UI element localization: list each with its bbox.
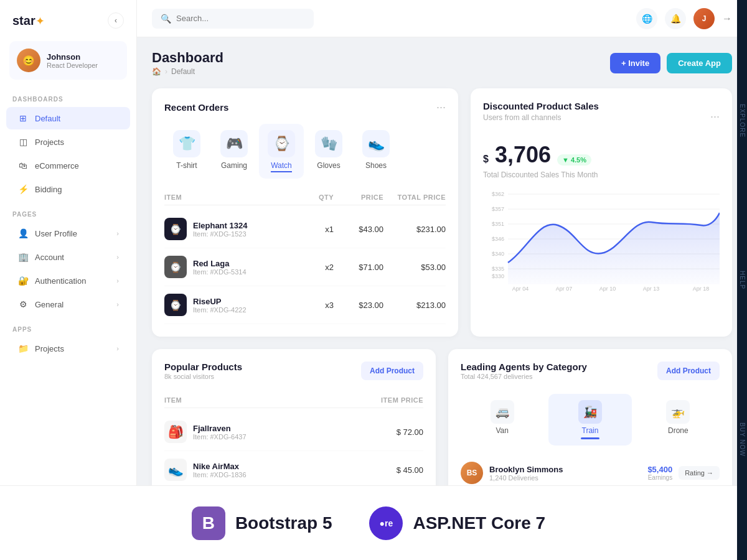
order-price: $23.00 bbox=[334, 301, 383, 310]
cat-tab-gloves[interactable]: 🧤 Gloves bbox=[306, 124, 351, 179]
agent-tab-van[interactable]: 🚐 Van bbox=[461, 394, 543, 446]
chevron-down-icon: › bbox=[116, 230, 119, 237]
tab-indicator bbox=[581, 437, 599, 439]
agent-name: Brooklyn Simmons bbox=[489, 465, 641, 474]
sales-number: 3,706 bbox=[495, 142, 551, 168]
product-icon: 👟 bbox=[164, 459, 187, 481]
sidebar-item-default[interactable]: ⊞ Default bbox=[6, 107, 130, 129]
rating-button[interactable]: Rating → bbox=[679, 466, 720, 480]
sidebar-item-projects-app[interactable]: 📁 Projects › bbox=[6, 337, 130, 360]
home-icon: 🏠 bbox=[152, 67, 161, 76]
category-tabs: 👕 T-shirt 🎮 Gaming ⌚ Watch 🧤 Gloves bbox=[164, 124, 446, 179]
sidebar-logo: star✦ ‹ bbox=[0, 0, 136, 35]
item-icon: ⌚ bbox=[164, 256, 187, 278]
order-price: $43.00 bbox=[334, 225, 383, 234]
list-item: 🎒 Fjallraven Item: #XDG-6437 $ 72.00 bbox=[164, 413, 423, 451]
sidebar-item-projects[interactable]: ◫ Projects bbox=[6, 131, 130, 153]
cat-tab-watch[interactable]: ⌚ Watch bbox=[259, 124, 304, 179]
aspnet-item: ●re ASP.NET Core 7 bbox=[369, 506, 545, 540]
collapse-sidebar-button[interactable]: ‹ bbox=[108, 12, 124, 29]
card-header: Discounted Product Sales Users from all … bbox=[483, 101, 720, 132]
order-price: $71.00 bbox=[334, 263, 383, 272]
sidebar-item-general[interactable]: ⚙ General › bbox=[6, 293, 130, 315]
sidebar-item-account[interactable]: 🏢 Account › bbox=[6, 246, 130, 268]
cat-label-gaming: Gaming bbox=[221, 161, 247, 170]
menu-dots-icon[interactable]: ··· bbox=[710, 110, 720, 123]
cat-tab-gaming[interactable]: 🎮 Gaming bbox=[212, 124, 256, 179]
agent-tab-drone[interactable]: 🚁 Drone bbox=[637, 394, 720, 446]
sales-badge: ▼ 4.5% bbox=[557, 154, 591, 166]
avatar: 😊 bbox=[17, 49, 40, 72]
table-row: ⌚ Red Laga Item: #XDG-5314 x2 $71.00 $53… bbox=[164, 248, 446, 286]
user-profile-icon: 👤 bbox=[17, 228, 29, 239]
cat-tab-tshirt[interactable]: 👕 T-shirt bbox=[164, 124, 209, 179]
invite-button[interactable]: + Invite bbox=[610, 53, 660, 73]
aspnet-icon: ●re bbox=[369, 506, 403, 540]
notification-icon[interactable]: 🔔 bbox=[665, 8, 686, 29]
sidebar-item-ecommerce[interactable]: 🛍 eCommerce bbox=[6, 154, 130, 177]
help-label[interactable]: Help bbox=[739, 271, 746, 289]
globe-icon[interactable]: 🌐 bbox=[636, 8, 657, 29]
agent-deliveries: 1,240 Deliveries bbox=[489, 474, 641, 482]
bottom-overlay: B Bootstrap 5 ●re ASP.NET Core 7 bbox=[0, 485, 737, 560]
sales-title: Discounted Product Sales bbox=[483, 101, 599, 111]
order-total: $213.00 bbox=[383, 301, 446, 310]
header-actions: + Invite Create App bbox=[610, 53, 732, 73]
orders-table-header: ITEM QTY PRICE TOTAL PRICE bbox=[164, 190, 446, 205]
gloves-icon: 🧤 bbox=[315, 130, 342, 157]
projects-icon: ◫ bbox=[17, 136, 29, 147]
products-table-header: ITEM ITEM PRICE bbox=[164, 393, 423, 408]
forward-arrow-icon[interactable]: → bbox=[722, 13, 732, 24]
col-price: PRICE bbox=[334, 194, 383, 201]
agent-avatar: BS bbox=[461, 462, 483, 484]
card-header: Recent Orders ··· bbox=[164, 101, 446, 114]
sidebar-item-label: eCommerce bbox=[35, 161, 79, 170]
col-item: ITEM bbox=[164, 396, 361, 404]
sidebar: star✦ ‹ 😊 Johnson React Developer DASHBO… bbox=[0, 0, 137, 560]
general-icon: ⚙ bbox=[17, 299, 29, 310]
user-name: Johnson bbox=[47, 52, 98, 62]
tab-indicator bbox=[669, 437, 687, 439]
search-input[interactable] bbox=[176, 14, 305, 23]
gaming-icon: 🎮 bbox=[220, 130, 248, 157]
order-id: Item: #XDG-1523 bbox=[193, 230, 247, 238]
auth-icon: 🔐 bbox=[17, 275, 29, 286]
order-id: Item: #XDG-5314 bbox=[193, 268, 247, 276]
order-name: RiseUP bbox=[193, 297, 247, 306]
sidebar-item-bidding[interactable]: ⚡ Bidding bbox=[6, 178, 130, 200]
buy-now-label[interactable]: Buy now bbox=[739, 422, 746, 457]
sidebar-item-label: General bbox=[35, 300, 63, 309]
dashboards-section-label: DASHBOARDS bbox=[0, 86, 136, 106]
chevron-down-icon: › bbox=[116, 253, 119, 261]
add-product-button[interactable]: Add Product bbox=[361, 362, 423, 380]
sidebar-item-label: Default bbox=[35, 114, 60, 123]
sidebar-item-label: Authentication bbox=[35, 276, 86, 286]
van-icon: 🚐 bbox=[491, 400, 514, 424]
apps-section-label: APPS bbox=[0, 316, 136, 337]
menu-dots-icon[interactable]: ··· bbox=[436, 101, 446, 114]
sidebar-item-label: Bidding bbox=[35, 185, 62, 194]
cat-tab-shoes[interactable]: 👟 Shoes bbox=[354, 124, 398, 179]
col-total: TOTAL PRICE bbox=[383, 194, 446, 201]
recent-orders-card: Recent Orders ··· 👕 T-shirt 🎮 Gaming ⌚ bbox=[152, 88, 458, 337]
cat-label-gloves: Gloves bbox=[317, 161, 340, 170]
page-title-area: Dashboard 🏠 › Default bbox=[152, 50, 223, 76]
sidebar-item-user-profile[interactable]: 👤 User Profile › bbox=[6, 222, 130, 245]
agent-tab-train[interactable]: 🚂 Train bbox=[548, 394, 631, 446]
topbar-avatar[interactable]: J bbox=[693, 8, 715, 29]
product-id: Item: #XDG-6437 bbox=[193, 433, 247, 441]
add-product-agent-button[interactable]: Add Product bbox=[657, 362, 720, 380]
agents-header: Leading Agents by Category Total 424,567… bbox=[461, 362, 720, 390]
explore-label[interactable]: Explore bbox=[739, 104, 746, 138]
sidebar-item-authentication[interactable]: 🔐 Authentication › bbox=[6, 269, 130, 292]
recent-orders-title: Recent Orders bbox=[164, 102, 228, 113]
ecommerce-icon: 🛍 bbox=[17, 160, 29, 171]
order-qty: x3 bbox=[296, 301, 334, 310]
table-row: ⌚ RiseUP Item: #XDG-4222 x3 $23.00 $213.… bbox=[164, 286, 446, 324]
products-title: Popular Products bbox=[164, 362, 242, 372]
search-box[interactable]: 🔍 bbox=[152, 9, 314, 29]
breadcrumb-current: Default bbox=[171, 67, 195, 76]
create-app-button[interactable]: Create App bbox=[667, 53, 732, 73]
svg-text:Apr 04: Apr 04 bbox=[512, 286, 529, 292]
svg-text:$357: $357 bbox=[492, 206, 504, 212]
